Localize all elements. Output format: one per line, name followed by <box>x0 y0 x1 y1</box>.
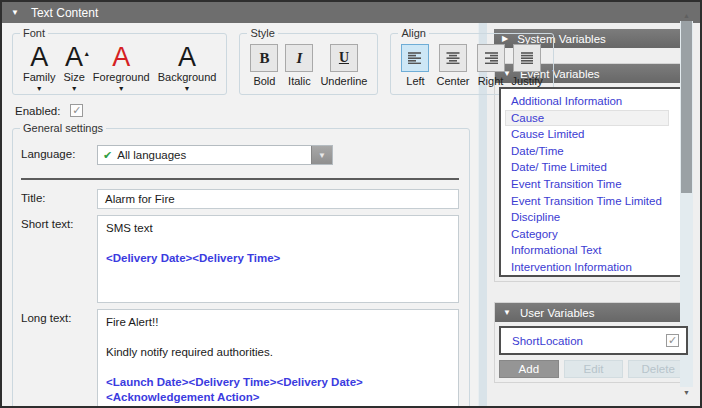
align-left-icon <box>408 52 422 64</box>
language-dropdown-button[interactable]: ▼ <box>311 146 332 164</box>
event-variable-item[interactable]: Category <box>505 226 669 243</box>
user-variable-checkbox[interactable]: ✓ <box>666 334 679 347</box>
chevron-down-icon: ▼ <box>318 151 326 160</box>
event-variable-item[interactable]: Cause <box>505 110 669 127</box>
event-variables-list: Additional InformationCauseCause Limited… <box>499 87 688 277</box>
background-color-icon: A <box>178 44 196 70</box>
event-variable-item[interactable]: Cause Limited <box>505 126 669 143</box>
user-variables-header[interactable]: ▼ User Variables <box>495 303 692 322</box>
collapse-triangle-icon[interactable]: ▼ <box>11 9 19 17</box>
event-variable-item[interactable]: Discipline <box>505 209 669 226</box>
long-text-line: Fire Alert!! <box>106 315 450 330</box>
title-value: Alarm for Fire <box>105 193 175 205</box>
align-center-button[interactable] <box>439 44 467 72</box>
caret-up-icon: ▲ <box>83 41 90 67</box>
long-text-label: Long text: <box>21 309 97 408</box>
general-settings-group: General settings Language: ✔ All languag… <box>12 128 470 408</box>
font-family-button[interactable]: A Family ▼ <box>23 44 55 92</box>
scrollbar-thumb[interactable] <box>681 21 692 193</box>
chevron-down-icon[interactable]: ▼ <box>184 85 191 92</box>
align-left-button[interactable] <box>401 44 429 72</box>
enabled-label: Enabled: <box>15 105 60 117</box>
user-variable-label: ShortLocation <box>512 335 583 347</box>
align-right-icon <box>484 52 498 64</box>
font-size-button[interactable]: A▲ Size ▼ <box>63 44 84 92</box>
user-variables-list: ShortLocation ✓ <box>499 326 688 355</box>
align-right-button[interactable] <box>477 44 505 72</box>
separator <box>21 178 459 180</box>
event-variable-item[interactable]: Intervention Information <box>505 259 669 276</box>
left-pane: Font A Family ▼ A▲ Size ▼ <box>2 23 478 406</box>
edit-button[interactable]: Edit <box>564 360 624 378</box>
event-variable-item[interactable]: Date/ Time Limited <box>505 159 669 176</box>
underline-button[interactable]: U <box>330 44 358 72</box>
style-group: Style B Bold I Italic <box>239 33 378 95</box>
long-text-variables: <Launch Date><Delivery Time><Delivery Da… <box>106 375 450 405</box>
align-justify-button[interactable] <box>513 44 541 72</box>
align-group: Align Left <box>390 33 553 95</box>
enabled-checkbox[interactable]: ✓ <box>70 104 83 117</box>
font-size-icon: A▲ <box>65 44 83 70</box>
user-variables-title: User Variables <box>520 307 595 319</box>
short-text-label: Short text: <box>21 215 97 303</box>
add-button[interactable]: Add <box>499 360 559 378</box>
title-input[interactable]: Alarm for Fire <box>97 189 459 209</box>
event-variable-item[interactable]: Informational Text <box>505 242 669 259</box>
align-group-label: Align <box>398 27 428 40</box>
window-title: Text Content <box>31 6 98 20</box>
user-variables-section: ▼ User Variables ShortLocation ✓ Add Edi… <box>494 302 693 383</box>
check-icon: ✔ <box>103 149 112 162</box>
titlebar[interactable]: ▼ Text Content <box>2 2 700 23</box>
font-foreground-button[interactable]: A Foreground ▼ <box>93 44 150 92</box>
collapse-triangle-icon[interactable]: ▼ <box>503 309 511 317</box>
event-variable-item[interactable]: Event Transition Time <box>505 176 669 193</box>
event-variable-item[interactable]: Additional Information <box>505 93 669 110</box>
long-text-area[interactable]: Fire Alert!! Kindly notify required auth… <box>97 309 459 408</box>
foreground-color-icon: A <box>112 44 130 70</box>
font-family-icon: A <box>30 44 48 70</box>
short-text-area[interactable]: SMS text <Delivery Date><Delivery Time> <box>97 215 459 303</box>
language-select[interactable]: ✔ All languages ▼ <box>97 145 333 165</box>
formatting-toolbar: Font A Family ▼ A▲ Size ▼ <box>12 33 470 95</box>
font-group-label: Font <box>20 27 48 40</box>
align-center-icon <box>446 52 460 64</box>
bold-icon: B <box>259 50 269 67</box>
short-text-variables: <Delivery Date><Delivery Time> <box>106 251 450 266</box>
event-variables-section: ▼ Event Variables Additional Information… <box>494 63 693 282</box>
user-variable-item[interactable]: ShortLocation ✓ <box>504 331 683 350</box>
short-text-line: SMS text <box>106 221 450 236</box>
style-group-label: Style <box>247 27 277 40</box>
text-content-window: ▼ Text Content Font A Family ▼ A▲ <box>0 0 702 408</box>
italic-button[interactable]: I <box>285 44 313 72</box>
font-group: Font A Family ▼ A▲ Size ▼ <box>12 33 227 95</box>
italic-icon: I <box>296 50 302 67</box>
scroll-up-icon[interactable]: ▲ <box>680 10 693 21</box>
long-text-line: Kindly notify required authorities. <box>106 345 450 360</box>
general-settings-label: General settings <box>20 122 106 135</box>
chevron-down-icon[interactable]: ▼ <box>36 85 43 92</box>
underline-icon: U <box>339 50 349 66</box>
font-background-button[interactable]: A Background ▼ <box>158 44 217 92</box>
chevron-down-icon[interactable]: ▼ <box>118 85 125 92</box>
event-variable-item[interactable]: Event Transition Time Limited <box>505 193 669 210</box>
bold-button[interactable]: B <box>250 44 278 72</box>
language-label: Language: <box>21 145 97 165</box>
chevron-down-icon[interactable]: ▼ <box>71 85 78 92</box>
title-label: Title: <box>21 189 97 209</box>
align-justify-icon <box>520 52 534 64</box>
scroll-down-icon[interactable]: ▼ <box>680 387 693 398</box>
language-value: All languages <box>117 149 186 161</box>
event-variable-item[interactable]: Date/Time <box>505 143 669 160</box>
